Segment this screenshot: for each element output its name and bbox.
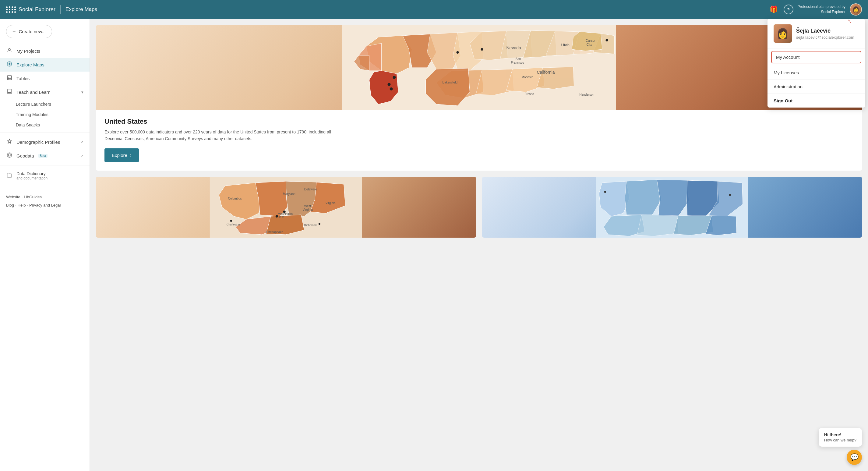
sidebar-item-my-projects[interactable]: My Projects (0, 44, 90, 58)
svg-text:Richmond: Richmond (304, 224, 317, 227)
app-header: Social Explorer Explore Maps 🎁 ? Profess… (0, 0, 868, 19)
svg-text:Delaware: Delaware (304, 188, 317, 191)
svg-text:Chesapeake: Chesapeake (266, 230, 283, 234)
bottom-map-cards: Columbus Maryland Delaware West Virginia… (96, 177, 862, 238)
svg-point-35 (606, 39, 608, 41)
svg-point-3 (9, 64, 10, 65)
svg-text:Columbus: Columbus (228, 197, 242, 200)
create-new-button[interactable]: + Create new... (6, 25, 52, 38)
us-card-title: United States (104, 118, 854, 125)
book-icon (6, 89, 13, 96)
svg-text:Virginia: Virginia (326, 201, 336, 205)
svg-text:Charleston: Charleston (226, 223, 240, 226)
external-link-icon-geodata: ↗ (80, 153, 84, 158)
avatar-image: 👩 (850, 4, 861, 15)
explore-button[interactable]: Explore › (104, 148, 139, 162)
svg-text:Fresno: Fresno (525, 92, 534, 96)
us-card-content: United States Explore over 500,000 data … (96, 110, 862, 171)
svg-point-79 (604, 191, 606, 193)
dropdown-my-account[interactable]: My Account (771, 51, 861, 63)
svg-point-34 (481, 48, 483, 51)
dropdown-user-email: sejla.lacevic@socialexplorer.com (796, 35, 854, 39)
person-icon (6, 48, 13, 55)
svg-point-30 (388, 83, 391, 86)
svg-text:West: West (304, 204, 311, 208)
svg-text:Bakersfield: Bakersfield (442, 81, 458, 84)
chevron-down-icon: ▾ (81, 90, 84, 94)
main-content: Nevada Utah California Carson City San F… (90, 19, 868, 471)
sidebar-item-data-snacks[interactable]: Data Snacks (16, 120, 90, 130)
svg-point-31 (393, 76, 396, 79)
svg-text:Virginia: Virginia (303, 208, 313, 211)
folder-icon (6, 172, 13, 179)
beta-badge: Beta (38, 154, 48, 158)
svg-text:Modesto: Modesto (522, 76, 534, 79)
dropdown-sign-out[interactable]: Sign Out (768, 94, 865, 108)
sidebar-item-lecture-launchers[interactable]: Lecture Launchers (16, 99, 90, 109)
help-icon[interactable]: ? (784, 5, 794, 14)
app-layout: + Create new... My Projects Explore Maps… (0, 19, 868, 471)
svg-text:Carson: Carson (586, 39, 596, 42)
sidebar-divider-2 (0, 165, 90, 166)
header-divider (60, 5, 61, 14)
us-map-image: Nevada Utah California Carson City San F… (96, 25, 862, 110)
us-map-svg: Nevada Utah California Carson City San F… (96, 25, 862, 110)
svg-point-55 (276, 215, 278, 217)
footer-libguides-link[interactable]: LibGuides (24, 195, 42, 199)
plus-icon: + (12, 28, 16, 35)
svg-point-33 (457, 51, 459, 54)
gift-icon[interactable]: 🎁 (768, 4, 779, 15)
us-card-description: Explore over 500,000 data indicators and… (104, 128, 348, 142)
app-logo: Social Explorer (6, 6, 56, 13)
sidebar-item-training-modules[interactable]: Training Modules (16, 109, 90, 120)
logo-dots-icon (6, 6, 16, 13)
dropdown-my-licenses[interactable]: My Licenses (768, 66, 865, 80)
footer-blog-link[interactable]: Blog (6, 203, 14, 207)
header-page-title: Explore Maps (65, 6, 97, 12)
svg-marker-76 (637, 215, 678, 236)
sidebar-footer: Website · LibGuides (0, 190, 90, 202)
svg-text:Nevada: Nevada (506, 46, 521, 50)
compass-icon (6, 61, 13, 68)
dropdown-avatar: 👩 (774, 24, 792, 43)
chat-button[interactable]: 💬 (847, 450, 862, 465)
sidebar: + Create new... My Projects Explore Maps… (0, 19, 90, 471)
svg-marker-25 (476, 69, 514, 95)
svg-text:Francisco: Francisco (511, 61, 524, 64)
sidebar-item-teach-learn[interactable]: Teach and Learn ▾ (0, 85, 90, 99)
footer-help-link[interactable]: Help (18, 203, 26, 207)
chat-title: Hi there! (824, 432, 857, 437)
globe-icon (6, 152, 13, 159)
user-dropdown: 👩 Šejla Lačević sejla.lacevic@socialexpl… (768, 19, 865, 108)
teach-learn-submenu: Lecture Launchers Training Modules Data … (0, 99, 90, 130)
external-link-icon-profiles: ↗ (80, 140, 84, 144)
sidebar-divider-1 (0, 133, 90, 133)
sidebar-item-explore-maps[interactable]: Explore Maps (0, 58, 90, 71)
svg-rect-4 (7, 76, 11, 80)
dropdown-user-info: Šejla Lačević sejla.lacevic@socialexplor… (796, 28, 854, 39)
dropdown-administration[interactable]: Administration (768, 80, 865, 94)
sidebar-item-data-dictionary[interactable]: Data Dictionary and documentation (0, 168, 90, 184)
user-avatar[interactable]: 👩 (850, 3, 862, 16)
sidebar-item-geodata[interactable]: Geodata Beta ↗ (0, 149, 90, 163)
svg-point-0 (8, 49, 10, 50)
svg-text:Utah: Utah (561, 43, 569, 47)
svg-point-66 (230, 220, 232, 222)
bottom-card-east: Columbus Maryland Delaware West Virginia… (96, 177, 476, 238)
sidebar-item-tables[interactable]: Tables (0, 71, 90, 85)
dropdown-user-name: Šejla Lačević (796, 28, 854, 34)
chat-bubble: Hi there! How can we help? (819, 428, 862, 447)
sidebar-footer-2: Blog · Help · Privacy and Legal (0, 202, 90, 210)
footer-website-link[interactable]: Website (6, 195, 21, 199)
sidebar-item-demographic-profiles[interactable]: Demographic Profiles ↗ (0, 135, 90, 149)
svg-text:California: California (537, 70, 555, 75)
svg-text:D.C.: D.C. (279, 216, 285, 219)
chat-subtitle: How can we help? (824, 438, 857, 442)
plan-text: Professional plan provided by Social Exp… (798, 4, 845, 14)
footer-privacy-link[interactable]: Privacy and Legal (29, 203, 61, 207)
logo-text: Social Explorer (19, 6, 56, 13)
us-map-card: Nevada Utah California Carson City San F… (96, 25, 862, 171)
chat-widget: Hi there! How can we help? 💬 (819, 428, 862, 465)
midwest-map (482, 177, 862, 238)
table-icon (6, 75, 13, 82)
